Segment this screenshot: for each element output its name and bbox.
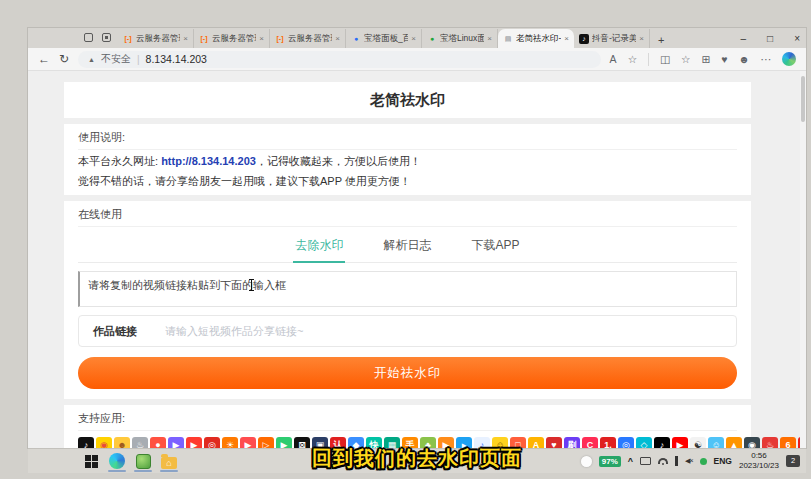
app-icon[interactable]: ⊠: [294, 437, 310, 448]
input-language[interactable]: ENG: [714, 456, 732, 466]
app-icon[interactable]: 6: [780, 437, 796, 448]
app-icon[interactable]: ☀: [222, 437, 238, 448]
notification-center-icon[interactable]: 2: [786, 455, 800, 467]
usb-icon[interactable]: [675, 456, 678, 466]
browser-tab[interactable]: ♪ 抖音-记录美… ×: [574, 29, 650, 48]
app-icon[interactable]: ☻: [114, 437, 130, 448]
app-icon[interactable]: ♥: [546, 437, 562, 448]
supported-apps-card: 支持应用: ♪ ◉ ☻ ♨ ●: [64, 405, 751, 448]
page-scrollbar[interactable]: [800, 71, 806, 448]
close-button[interactable]: ×: [794, 33, 800, 44]
browser-tab[interactable]: [-] 云服务器管理 ×: [270, 29, 346, 48]
app-icon[interactable]: ▶: [240, 437, 256, 448]
split-screen-icon[interactable]: ◫: [660, 53, 670, 65]
app-icon[interactable]: ♨: [132, 437, 148, 448]
click-indicator: [581, 456, 592, 467]
more-menu-icon[interactable]: ⋯: [761, 53, 772, 65]
instructions-line-1: 本平台永久网址: http://8.134.14.203，记得收藏起来，方便以后…: [78, 153, 737, 170]
browser-tab[interactable]: ● 宝塔Linux面… ×: [422, 29, 498, 48]
security-warning-icon[interactable]: ▲: [88, 56, 95, 63]
browser-essentials-icon[interactable]: ♥: [721, 53, 727, 65]
taskbar-app-button-2[interactable]: [132, 449, 154, 473]
browser-tab[interactable]: ● 宝塔面板_百… ×: [346, 29, 422, 48]
browser-tab[interactable]: [-] 云服务器管理 ×: [194, 29, 270, 48]
app-icon[interactable]: ▷: [258, 437, 274, 448]
tab-close-icon[interactable]: ×: [411, 34, 416, 43]
refresh-button[interactable]: ↻: [59, 52, 69, 66]
tab-actions-icon[interactable]: [102, 33, 111, 42]
tab-close-icon[interactable]: ×: [639, 34, 644, 43]
workspaces-icon[interactable]: [84, 33, 93, 42]
tab-close-icon[interactable]: ×: [183, 34, 188, 43]
app-icon[interactable]: ▶: [186, 437, 202, 448]
status-dot-icon[interactable]: [700, 458, 707, 465]
system-tray: 97% ^ ◀× ENG 0:562023/10/23 2: [581, 451, 800, 470]
app-icon[interactable]: ◉: [744, 437, 760, 448]
notice-text-post: 面的输入框: [231, 279, 286, 291]
tab-title: 宝塔Linux面…: [440, 33, 484, 45]
online-use-heading: 在线使用: [78, 207, 737, 227]
app-icon[interactable]: 刷: [564, 437, 580, 448]
start-button[interactable]: [80, 449, 102, 473]
app-icon[interactable]: ▲: [726, 437, 742, 448]
minimize-button[interactable]: –: [741, 33, 747, 44]
app-icon[interactable]: ♨: [762, 437, 778, 448]
online-tab[interactable]: 去除水印: [293, 231, 345, 263]
browser-tab[interactable]: [-] 云服务器管理 ×: [118, 29, 194, 48]
app-icon[interactable]: C: [582, 437, 598, 448]
favorite-star-icon[interactable]: ☆: [628, 53, 637, 65]
perm-url-link[interactable]: http://8.134.14.203: [161, 155, 256, 167]
maximize-button[interactable]: □: [767, 33, 773, 44]
tab-close-icon[interactable]: ×: [259, 34, 264, 43]
taskbar-app-button-3[interactable]: ⌂: [158, 449, 180, 473]
battery-percent-badge[interactable]: 97%: [599, 456, 621, 467]
app-icon[interactable]: ◎: [204, 437, 220, 448]
app-icon[interactable]: ◇: [636, 437, 652, 448]
volume-muted-icon[interactable]: ◀×: [685, 457, 692, 465]
app-icon[interactable]: A: [528, 437, 544, 448]
online-tab[interactable]: 下载APP: [469, 231, 521, 262]
copilot-icon[interactable]: [782, 52, 796, 66]
notice-text-pre: 请将复制的视频链接粘贴到下: [88, 279, 231, 291]
collections-icon[interactable]: ⊞: [701, 53, 710, 65]
scrollbar-thumb[interactable]: [801, 76, 805, 122]
windows-logo-icon: [85, 455, 98, 468]
edge-icon: [109, 453, 125, 469]
clock[interactable]: 0:562023/10/23: [739, 451, 779, 470]
app-icon[interactable]: ●: [150, 437, 166, 448]
app-icon[interactable]: 1.: [600, 437, 616, 448]
app-icon[interactable]: ◉: [96, 437, 112, 448]
tab-close-icon[interactable]: ×: [487, 34, 492, 43]
paste-notice-box[interactable]: 请将复制的视频链接粘贴到下面的输入框: [78, 271, 737, 307]
new-tab-button[interactable]: +: [650, 34, 672, 48]
address-bar[interactable]: ▲ 不安全 | 8.134.14.203: [78, 51, 601, 68]
folder-app-icon: ⌂: [161, 457, 177, 469]
url-text[interactable]: 8.134.14.203: [146, 53, 207, 65]
app-icon[interactable]: ◎: [618, 437, 634, 448]
app-icon[interactable]: ☺: [708, 437, 724, 448]
wifi-icon[interactable]: [658, 458, 668, 464]
app-icon[interactable]: ▶: [168, 437, 184, 448]
supported-apps-heading: 支持应用:: [78, 411, 737, 431]
app-icon[interactable]: ♪: [78, 437, 94, 448]
back-button[interactable]: ←: [38, 52, 50, 66]
tab-title: 云服务器管理: [288, 33, 332, 45]
browser-tab[interactable]: ▤ 老简祛水印-… ×: [498, 29, 574, 48]
app-icon[interactable]: ▶: [276, 437, 292, 448]
tab-close-icon[interactable]: ×: [335, 34, 340, 43]
app-icon[interactable]: ▶: [672, 437, 688, 448]
app-icon[interactable]: ♪: [654, 437, 670, 448]
window-controls: – □ ×: [741, 28, 800, 48]
tab-close-icon[interactable]: ×: [564, 34, 569, 43]
browser-window: [-] 云服务器管理 × [-] 云服务器管理 × [-]: [28, 28, 806, 448]
taskbar-edge-button[interactable]: [106, 449, 128, 473]
read-aloud-icon[interactable]: A: [610, 53, 617, 65]
favorites-hub-icon[interactable]: ☆: [681, 53, 690, 65]
start-remove-watermark-button[interactable]: 开始祛水印: [78, 357, 737, 389]
profile-avatar-icon[interactable]: ☻: [738, 53, 749, 65]
tray-expand-icon[interactable]: ^: [628, 456, 633, 466]
app-icon[interactable]: ☯: [690, 437, 706, 448]
online-tab[interactable]: 解析日志: [381, 231, 433, 262]
display-icon[interactable]: [640, 457, 651, 465]
link-input[interactable]: [165, 325, 736, 337]
